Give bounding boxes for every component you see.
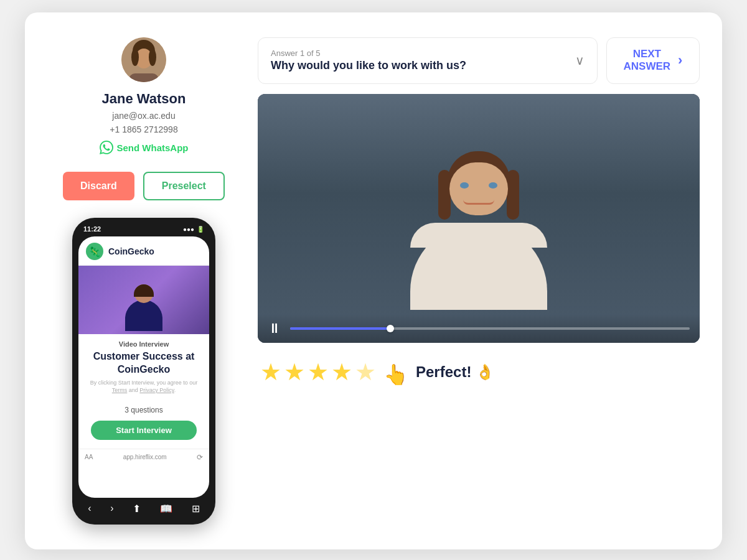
phone-nav-back[interactable]: ‹: [88, 503, 91, 515]
phone-nav-books[interactable]: 📖: [160, 503, 172, 515]
phone-nav-tabs[interactable]: ⊞: [192, 503, 200, 515]
video-progress-thumb[interactable]: [387, 325, 394, 332]
phone-bottom-nav: ‹ › ⬆ 📖 ⊞: [78, 498, 209, 517]
svg-rect-5: [129, 73, 159, 82]
star-5[interactable]: ★: [355, 358, 376, 386]
main-card: Jane Watson jane@ox.ac.edu +1 1865 27129…: [25, 12, 722, 549]
video-progress-bar[interactable]: [290, 327, 690, 330]
phone-url-bar: AA app.hireflix.com ⟳: [78, 449, 209, 465]
candidate-phone: +1 1865 2712998: [110, 124, 177, 134]
action-buttons: Discard Preselect: [63, 172, 225, 200]
phone-interview-label: Video Interview: [119, 340, 169, 348]
whatsapp-icon: [100, 141, 113, 154]
next-answer-chevron-icon: ›: [678, 52, 682, 68]
answer-question: Why would you like to work with us?: [271, 59, 466, 72]
answer-header: Answer 1 of 5 Why would you like to work…: [258, 37, 700, 84]
star-rating[interactable]: ★ ★ ★ ★ ★: [260, 358, 376, 386]
preselect-button[interactable]: Preselect: [143, 172, 225, 200]
phone-video-thumbnail: [78, 266, 209, 334]
phone-header: 🦎 CoinGecko: [78, 236, 209, 266]
phone-time: 11:22: [83, 225, 101, 233]
candidate-email: jane@ox.ac.edu: [112, 111, 175, 121]
phone-questions-count: 3 questions: [125, 406, 162, 414]
svg-point-3: [131, 49, 139, 66]
answer-info-text: Answer 1 of 5 Why would you like to work…: [271, 49, 466, 72]
star-2[interactable]: ★: [284, 358, 305, 386]
candidate-info: Jane Watson jane@ox.ac.edu +1 1865 27129…: [100, 37, 189, 154]
phone-mockup: 11:22 ●●● 🔋 🦎 CoinGecko: [72, 218, 215, 525]
rating-area: ★ ★ ★ ★ ★ 👆 Perfect! 👌: [258, 353, 700, 391]
star-4[interactable]: ★: [331, 358, 352, 386]
avatar: [121, 37, 166, 82]
chevron-down-icon: ∨: [575, 53, 585, 68]
phone-tos: By clicking Start Interview, you agree t…: [86, 379, 202, 394]
phone-start-button[interactable]: Start Interview: [91, 421, 197, 440]
phone-battery-icon: 🔋: [197, 226, 204, 233]
phone-url: app.hireflix.com: [123, 454, 167, 460]
play-pause-button[interactable]: ⏸: [268, 322, 281, 335]
video-controls: ⏸: [258, 314, 700, 343]
right-panel: Answer 1 of 5 Why would you like to work…: [258, 37, 700, 391]
left-panel: Jane Watson jane@ox.ac.edu +1 1865 27129…: [47, 37, 240, 525]
next-answer-label: NEXTANSWER: [624, 48, 671, 73]
answer-counter: Answer 1 of 5: [271, 49, 466, 58]
next-answer-button[interactable]: NEXTANSWER ›: [606, 37, 700, 84]
phone-screen: 🦎 CoinGecko Video Interview: [78, 236, 209, 498]
answer-info-card[interactable]: Answer 1 of 5 Why would you like to work…: [258, 37, 598, 84]
phone-logo: 🦎: [86, 243, 103, 260]
whatsapp-label: Send WhatsApp: [117, 142, 189, 153]
cursor-hand-icon: 👆: [383, 363, 408, 386]
video-progress-fill: [290, 327, 390, 330]
phone-nav-forward[interactable]: ›: [110, 503, 113, 515]
phone-content: Video Interview Customer Success at Coin…: [78, 334, 209, 449]
svg-point-4: [149, 49, 156, 66]
star-3[interactable]: ★: [308, 358, 329, 386]
phone-nav-share[interactable]: ⬆: [133, 503, 141, 515]
phone-notch-bar: 11:22 ●●● 🔋: [78, 225, 209, 236]
rating-label: Perfect! 👌: [416, 363, 494, 381]
video-background: [258, 94, 700, 343]
phone-status-icons: ●●● 🔋: [183, 226, 204, 233]
star-1[interactable]: ★: [260, 358, 281, 386]
phone-job-title: Customer Success at CoinGecko: [86, 350, 202, 376]
discard-button[interactable]: Discard: [63, 172, 134, 200]
whatsapp-button[interactable]: Send WhatsApp: [100, 141, 189, 154]
candidate-name: Jane Watson: [102, 91, 186, 107]
video-container[interactable]: ⏸: [258, 94, 700, 343]
phone-company-name: CoinGecko: [108, 246, 154, 256]
